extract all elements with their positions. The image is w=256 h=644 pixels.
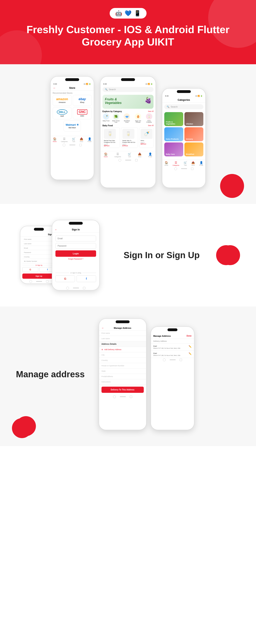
add-delivery-btn[interactable]: ⊕ Add Delivery Address xyxy=(99,347,146,352)
signup-mobile[interactable]: +1Mobile Number xyxy=(22,259,55,263)
city-field[interactable]: City xyxy=(99,352,146,358)
home-icon: 🏠 xyxy=(165,161,168,164)
forgot-password-link[interactable]: Forgot Password ? xyxy=(55,258,96,260)
grocery-phone: 8:30 ▪▪▪ 📶 🔋 🔍 Search Fruits & Vegetable… xyxy=(100,76,156,188)
address-phones-container: ← Manage Address First name Last name Ad… xyxy=(99,318,240,430)
home-icon: 🏠 xyxy=(53,137,56,140)
signup-password[interactable]: Password xyxy=(22,250,55,254)
category-scroll: 🍼 Baby Food 🥦 Baby Green Loto 🥣 Breakfas… xyxy=(102,113,154,123)
gnav-profile[interactable]: 👤 Profile xyxy=(148,152,152,158)
see-all-explore[interactable]: See All xyxy=(148,110,154,112)
signup-email[interactable]: Email xyxy=(22,246,55,250)
edit-icon-1[interactable]: ✏️ xyxy=(189,345,192,348)
gnc-store[interactable]: GNC GNC xyxy=(73,107,92,119)
signup-firstname[interactable]: First name xyxy=(22,238,55,242)
grocery-search-bar[interactable]: 🔍 Search xyxy=(102,87,154,92)
done-btn[interactable]: Done xyxy=(187,335,192,337)
nav-inbox[interactable]: 📥 Inbox xyxy=(80,137,83,142)
login-button[interactable]: Login xyxy=(55,250,96,257)
cat-baby-green[interactable]: 🥦 Baby Green Loto xyxy=(111,113,121,123)
cat-breakfast[interactable]: 🥣 Breakfast Food xyxy=(122,113,131,123)
gnav-inbox[interactable]: 📥 Inbox xyxy=(138,152,141,158)
fb-signin-btn[interactable]: f xyxy=(77,275,96,282)
home-indicator xyxy=(69,145,75,145)
postal-field[interactable]: PostalAddress xyxy=(99,374,146,379)
cat-dairy[interactable]: 🥛 Dairy Products xyxy=(145,113,154,123)
product-2[interactable]: 🥛 Nestle Nido 3+ Powder Milk 400 Gm Size… xyxy=(121,128,138,148)
nav-profile-label: Profile xyxy=(87,141,91,142)
cat-fruits-label: Fruits &Vegetables xyxy=(166,121,175,125)
cnav-cat-label: Categories xyxy=(173,164,179,166)
signup-lastname[interactable]: Last name xyxy=(22,242,55,246)
home-indicator xyxy=(125,160,131,160)
gnav-categories[interactable]: ☰ Categories xyxy=(114,152,121,158)
home-indicator xyxy=(120,396,126,397)
cat-baby-care[interactable]: Baby Care xyxy=(164,142,183,156)
country-field[interactable]: Country xyxy=(99,358,146,363)
cat-breakfast-label: Breakfast xyxy=(186,153,194,155)
addr-item-1[interactable]: Curr Street 47 N° 180, SL No.ar York, No… xyxy=(151,344,194,351)
gnav-cart[interactable]: 🛒 Cart xyxy=(128,152,131,158)
google-signin-btn[interactable]: G xyxy=(55,275,75,282)
addr-item-2-content: Curr Street 47 N° 180, SL No.ar York, No… xyxy=(153,352,180,356)
store-title: Store xyxy=(69,86,75,90)
dell-store[interactable]: DELL Dell xyxy=(53,107,72,119)
nav-home[interactable]: 🏠 Home xyxy=(53,137,57,142)
fb-icon: f xyxy=(47,268,48,271)
back-button[interactable]: ← xyxy=(53,86,56,90)
signin-form: Login Forgot Password ? or sign in using… xyxy=(52,232,99,282)
amazon-store[interactable]: amazon Amazon xyxy=(53,95,72,106)
cat-grocery[interactable]: Grocery xyxy=(184,127,203,141)
deliver-btn[interactable]: Delivery To This Address xyxy=(101,387,144,393)
nav-categories[interactable]: ☰ Categories xyxy=(61,137,68,142)
nav-cart[interactable]: 🛒 Cart xyxy=(72,137,75,142)
phone-bottom-bar xyxy=(162,167,205,171)
instructions-field[interactable]: Instructions xyxy=(99,379,146,385)
recents-indicator xyxy=(46,280,48,283)
cat-chicken[interactable]: Chicken xyxy=(184,112,203,126)
plus-icon: ⊕ xyxy=(101,348,103,350)
house-field[interactable]: House or Apartment Number xyxy=(99,363,146,368)
back-button[interactable]: ← xyxy=(101,326,104,330)
gnav-home[interactable]: 🏠 Home xyxy=(104,152,108,158)
signup-country[interactable]: Country xyxy=(22,255,55,259)
signin-back-btn[interactable]: ← xyxy=(55,228,57,231)
cat-label: Baby Green Loto xyxy=(111,120,121,123)
cat-fruits[interactable]: Fruits &Vegetables xyxy=(164,112,183,126)
signin-main-phone: ← Sign In Login Forgot Password ? or sig… xyxy=(52,220,100,290)
cnav-inbox[interactable]: 📥 Inbox xyxy=(191,161,195,166)
cnav-home[interactable]: 🏠 Home xyxy=(165,161,168,166)
cat-breakfast-card[interactable]: Breakfast xyxy=(184,142,203,156)
product-2-size: Size 0 xyxy=(122,144,137,145)
inbox-icon: 📥 xyxy=(80,137,83,140)
cnav-profile[interactable]: 👤 Profile xyxy=(199,161,203,166)
phone-bottom-bar xyxy=(100,158,156,162)
search-icon: 🔍 xyxy=(167,106,170,108)
nav-profile[interactable]: 👤 Profile xyxy=(87,137,91,142)
state-field[interactable]: State xyxy=(99,368,146,374)
addr-item-2[interactable]: Curr Street 47 N° 180, SL No.ar York, No… xyxy=(151,351,194,358)
see-all-baby[interactable]: See All xyxy=(148,124,154,126)
cnav-cart[interactable]: 🛒 Cart xyxy=(184,161,187,166)
walmart-logo: Walmart ✳ xyxy=(66,123,79,126)
email-input[interactable] xyxy=(55,236,96,242)
cat-dairy-products[interactable]: Dairy Products xyxy=(164,127,183,141)
product-3[interactable]: 🍼 Heinz Size 0 $8/Piece xyxy=(139,128,154,148)
signup-submit-btn[interactable]: Sign Up xyxy=(22,274,55,279)
signup-google-btn[interactable]: G xyxy=(22,267,38,272)
ebay-store[interactable]: ebay Ebay xyxy=(73,95,92,106)
password-input[interactable] xyxy=(55,243,96,249)
lastname-field[interactable]: Last name xyxy=(99,336,146,341)
categories-icon: ☰ xyxy=(175,161,177,164)
firstname-field[interactable]: First name xyxy=(99,330,146,336)
recents-indicator xyxy=(180,359,182,361)
home-indicator xyxy=(181,168,187,169)
cat-baby-food[interactable]: 🍼 Baby Food xyxy=(102,113,110,123)
walmart-store[interactable]: Walmart ✳ Wal Mart xyxy=(63,120,81,132)
cat-search-bar[interactable]: 🔍 Search xyxy=(164,104,203,109)
product-1[interactable]: 🥛 Bachat Pack Nido Fortiglove 910 Gm Siz… xyxy=(102,128,120,148)
edit-icon-2[interactable]: ✏️ xyxy=(189,352,192,355)
cnav-categories[interactable]: ☰ Categories xyxy=(173,161,179,166)
hero-title: Freshly Customer - IOS & Android Flutter… xyxy=(4,23,252,48)
cat-eggs[interactable]: 🥚 Eggs and Cereals xyxy=(133,113,143,123)
